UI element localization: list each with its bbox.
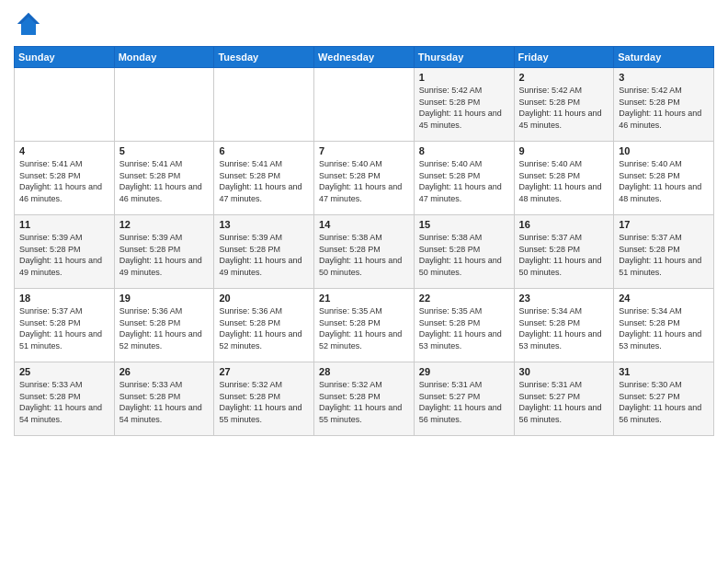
calendar-cell: 11Sunrise: 5:39 AMSunset: 5:28 PMDayligh… (15, 215, 115, 289)
sunset-text: Sunset: 5:28 PM (19, 391, 109, 403)
daylight-text: Daylight: 11 hours and 49 minutes. (119, 255, 210, 278)
day-number: 15 (419, 219, 509, 230)
sunset-text: Sunset: 5:28 PM (219, 170, 309, 182)
daylight-text: Daylight: 11 hours and 56 minutes. (519, 402, 609, 425)
day-info: Sunrise: 5:37 AMSunset: 5:28 PMDaylight:… (519, 232, 609, 278)
weekday-header-tuesday: Tuesday (214, 47, 314, 68)
daylight-text: Daylight: 11 hours and 47 minutes. (419, 181, 509, 204)
day-number: 13 (219, 219, 309, 230)
calendar-cell (114, 68, 214, 142)
sunrise-text: Sunrise: 5:38 AM (419, 232, 509, 244)
day-info: Sunrise: 5:31 AMSunset: 5:27 PMDaylight:… (419, 379, 509, 425)
day-number: 20 (219, 293, 309, 304)
day-info: Sunrise: 5:37 AMSunset: 5:28 PMDaylight:… (19, 305, 109, 351)
daylight-text: Daylight: 11 hours and 52 minutes. (319, 328, 409, 351)
sunset-text: Sunset: 5:28 PM (119, 170, 210, 182)
sunrise-text: Sunrise: 5:42 AM (419, 85, 509, 97)
daylight-text: Daylight: 11 hours and 54 minutes. (119, 402, 210, 425)
daylight-text: Daylight: 11 hours and 49 minutes. (19, 255, 109, 278)
sunset-text: Sunset: 5:28 PM (619, 244, 709, 256)
calendar-cell: 26Sunrise: 5:33 AMSunset: 5:28 PMDayligh… (114, 362, 214, 436)
calendar-week-1: 1Sunrise: 5:42 AMSunset: 5:28 PMDaylight… (15, 68, 714, 142)
calendar-cell: 24Sunrise: 5:34 AMSunset: 5:28 PMDayligh… (614, 289, 714, 362)
calendar-cell: 6Sunrise: 5:41 AMSunset: 5:28 PMDaylight… (214, 142, 314, 215)
sunrise-text: Sunrise: 5:40 AM (519, 158, 609, 170)
day-info: Sunrise: 5:42 AMSunset: 5:28 PMDaylight:… (419, 85, 509, 131)
sunset-text: Sunset: 5:28 PM (519, 244, 609, 256)
daylight-text: Daylight: 11 hours and 56 minutes. (619, 402, 709, 425)
sunrise-text: Sunrise: 5:42 AM (519, 85, 609, 97)
day-number: 18 (19, 293, 109, 304)
calendar-cell: 21Sunrise: 5:35 AMSunset: 5:28 PMDayligh… (314, 289, 415, 362)
sunrise-text: Sunrise: 5:38 AM (319, 232, 409, 244)
day-number: 30 (519, 366, 609, 377)
daylight-text: Daylight: 11 hours and 52 minutes. (219, 328, 309, 351)
sunrise-text: Sunrise: 5:33 AM (19, 379, 109, 391)
sunrise-text: Sunrise: 5:30 AM (619, 379, 709, 391)
day-info: Sunrise: 5:39 AMSunset: 5:28 PMDaylight:… (119, 232, 210, 278)
daylight-text: Daylight: 11 hours and 55 minutes. (319, 402, 409, 425)
calendar-cell: 30Sunrise: 5:31 AMSunset: 5:27 PMDayligh… (514, 362, 614, 436)
sunset-text: Sunset: 5:28 PM (19, 317, 109, 329)
sunrise-text: Sunrise: 5:41 AM (219, 158, 309, 170)
header (14, 9, 714, 39)
sunset-text: Sunset: 5:28 PM (419, 244, 509, 256)
day-info: Sunrise: 5:33 AMSunset: 5:28 PMDaylight:… (19, 379, 109, 425)
calendar-cell: 2Sunrise: 5:42 AMSunset: 5:28 PMDaylight… (514, 68, 614, 142)
sunrise-text: Sunrise: 5:40 AM (419, 158, 509, 170)
daylight-text: Daylight: 11 hours and 47 minutes. (219, 181, 309, 204)
calendar-cell: 19Sunrise: 5:36 AMSunset: 5:28 PMDayligh… (114, 289, 214, 362)
sunrise-text: Sunrise: 5:39 AM (119, 232, 210, 244)
sunset-text: Sunset: 5:27 PM (419, 391, 509, 403)
sunrise-text: Sunrise: 5:32 AM (219, 379, 309, 391)
daylight-text: Daylight: 11 hours and 50 minutes. (519, 255, 609, 278)
day-number: 10 (619, 145, 709, 156)
sunset-text: Sunset: 5:28 PM (419, 317, 509, 329)
sunset-text: Sunset: 5:28 PM (419, 97, 509, 109)
calendar-cell: 29Sunrise: 5:31 AMSunset: 5:27 PMDayligh… (414, 362, 514, 436)
sunset-text: Sunset: 5:28 PM (19, 170, 109, 182)
sunrise-text: Sunrise: 5:33 AM (119, 379, 210, 391)
day-info: Sunrise: 5:33 AMSunset: 5:28 PMDaylight:… (119, 379, 210, 425)
sunset-text: Sunset: 5:28 PM (619, 317, 709, 329)
sunset-text: Sunset: 5:28 PM (319, 317, 409, 329)
sunrise-text: Sunrise: 5:40 AM (319, 158, 409, 170)
daylight-text: Daylight: 11 hours and 55 minutes. (219, 402, 309, 425)
day-number: 12 (119, 219, 210, 230)
sunset-text: Sunset: 5:28 PM (119, 244, 210, 256)
calendar-cell: 15Sunrise: 5:38 AMSunset: 5:28 PMDayligh… (414, 215, 514, 289)
day-number: 25 (19, 366, 109, 377)
day-number: 6 (219, 145, 309, 156)
calendar-table: SundayMondayTuesdayWednesdayThursdayFrid… (14, 46, 714, 436)
day-info: Sunrise: 5:39 AMSunset: 5:28 PMDaylight:… (219, 232, 309, 278)
daylight-text: Daylight: 11 hours and 51 minutes. (19, 328, 109, 351)
daylight-text: Daylight: 11 hours and 48 minutes. (619, 181, 709, 204)
calendar-cell: 5Sunrise: 5:41 AMSunset: 5:28 PMDaylight… (114, 142, 214, 215)
daylight-text: Daylight: 11 hours and 53 minutes. (519, 328, 609, 351)
day-info: Sunrise: 5:34 AMSunset: 5:28 PMDaylight:… (519, 305, 609, 351)
sunrise-text: Sunrise: 5:37 AM (519, 232, 609, 244)
sunrise-text: Sunrise: 5:35 AM (419, 305, 509, 317)
day-number: 28 (319, 366, 409, 377)
calendar-cell: 25Sunrise: 5:33 AMSunset: 5:28 PMDayligh… (15, 362, 115, 436)
day-info: Sunrise: 5:42 AMSunset: 5:28 PMDaylight:… (619, 85, 709, 131)
sunset-text: Sunset: 5:28 PM (119, 317, 210, 329)
calendar-cell: 20Sunrise: 5:36 AMSunset: 5:28 PMDayligh… (214, 289, 314, 362)
weekday-header-row: SundayMondayTuesdayWednesdayThursdayFrid… (15, 47, 714, 68)
daylight-text: Daylight: 11 hours and 53 minutes. (619, 328, 709, 351)
day-info: Sunrise: 5:40 AMSunset: 5:28 PMDaylight:… (519, 158, 609, 204)
day-info: Sunrise: 5:40 AMSunset: 5:28 PMDaylight:… (619, 158, 709, 204)
day-number: 3 (619, 72, 709, 83)
daylight-text: Daylight: 11 hours and 52 minutes. (119, 328, 210, 351)
day-number: 9 (519, 145, 609, 156)
calendar-cell: 13Sunrise: 5:39 AMSunset: 5:28 PMDayligh… (214, 215, 314, 289)
day-info: Sunrise: 5:41 AMSunset: 5:28 PMDaylight:… (19, 158, 109, 204)
day-info: Sunrise: 5:31 AMSunset: 5:27 PMDaylight:… (519, 379, 609, 425)
sunset-text: Sunset: 5:28 PM (219, 317, 309, 329)
sunrise-text: Sunrise: 5:32 AM (319, 379, 409, 391)
day-number: 17 (619, 219, 709, 230)
day-number: 2 (519, 72, 609, 83)
weekday-header-friday: Friday (514, 47, 614, 68)
calendar-week-4: 18Sunrise: 5:37 AMSunset: 5:28 PMDayligh… (15, 289, 714, 362)
daylight-text: Daylight: 11 hours and 45 minutes. (519, 108, 609, 131)
